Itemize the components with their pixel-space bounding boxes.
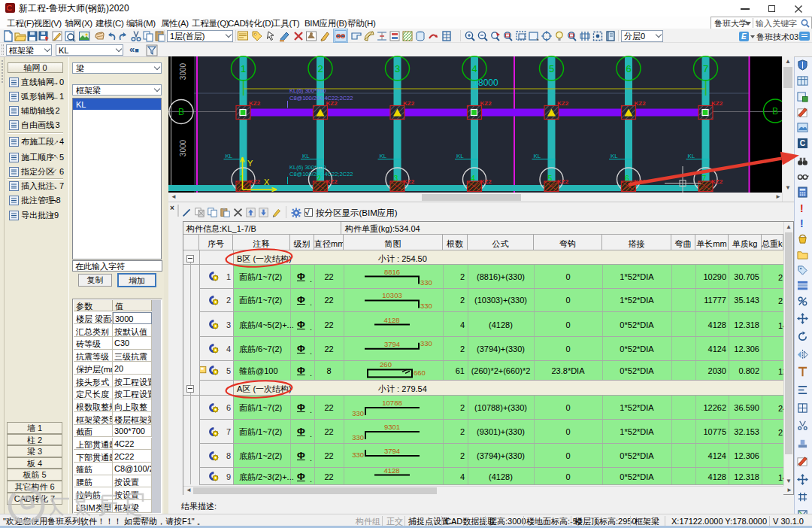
svg-text:KL(6) 300*700: KL(6) 300*700 [289, 164, 326, 171]
svg-text:330: 330 [352, 433, 364, 442]
svg-text:C8@100/200;4C22;2C22: C8@100/200;4C22;2C22 [289, 95, 353, 102]
svg-text:660: 660 [414, 369, 426, 377]
svg-text:C8@100/200;4C22;2C22: C8@100/200;4C22;2C22 [289, 171, 353, 178]
svg-text:KL: KL [456, 153, 464, 159]
svg-text:X: X [264, 178, 270, 187]
svg-text:KZ2: KZ2 [403, 100, 415, 107]
svg-text:2: 2 [317, 63, 323, 74]
svg-text:330: 330 [352, 409, 364, 417]
svg-text:KZ2: KZ2 [326, 178, 338, 185]
svg-text:KL: KL [534, 153, 541, 159]
svg-text:330: 330 [420, 278, 432, 287]
svg-text:B: B [772, 106, 778, 117]
svg-text:330: 330 [420, 339, 432, 347]
svg-text:KL: KL [688, 153, 695, 159]
svg-text:Y: Y [247, 159, 253, 168]
svg-text:4: 4 [471, 63, 477, 74]
svg-text:3794: 3794 [384, 447, 400, 455]
svg-text:KZ2: KZ2 [557, 178, 569, 185]
svg-text:KZ2: KZ2 [326, 100, 338, 107]
svg-text:KL: KL [380, 153, 387, 159]
svg-text:KZ2: KZ2 [249, 100, 261, 107]
svg-text:KZ2: KZ2 [480, 178, 492, 185]
svg-text:KZ2: KZ2 [635, 178, 647, 185]
svg-text:7: 7 [703, 63, 708, 74]
svg-text:10303: 10303 [382, 291, 401, 299]
svg-text:260: 260 [380, 360, 392, 369]
svg-text:B: B [178, 107, 184, 117]
svg-text:4128: 4128 [383, 466, 399, 475]
svg-text:KL: KL [611, 153, 618, 159]
svg-text:3: 3 [395, 63, 400, 74]
svg-text:KZ2: KZ2 [480, 100, 492, 107]
svg-text:5: 5 [549, 63, 554, 74]
svg-text:9301: 9301 [384, 423, 400, 431]
svg-text:KL(6) 300*700: KL(6) 300*700 [289, 87, 326, 94]
svg-text:KL: KL [302, 153, 310, 159]
svg-text:330: 330 [420, 302, 432, 310]
svg-text:330: 330 [352, 451, 364, 459]
svg-text:18000: 18000 [473, 77, 498, 88]
svg-text:KL: KL [226, 153, 233, 159]
svg-text:3794: 3794 [384, 340, 400, 348]
svg-text:C: C [800, 139, 806, 147]
svg-text:8816: 8816 [384, 268, 400, 276]
svg-text:KZ2: KZ2 [403, 178, 415, 185]
svg-text:1: 1 [241, 63, 246, 74]
svg-text:KZ2: KZ2 [249, 178, 261, 185]
svg-text:6: 6 [626, 63, 631, 74]
svg-text:3000: 3000 [179, 139, 187, 156]
svg-text:10788: 10788 [382, 399, 401, 407]
svg-text:4128: 4128 [383, 316, 399, 324]
svg-text:3000: 3000 [179, 62, 187, 80]
svg-text:KZ2: KZ2 [557, 100, 569, 107]
svg-text:KZ2: KZ2 [711, 100, 723, 107]
svg-text:KZ2: KZ2 [711, 178, 723, 185]
svg-text:KZ2: KZ2 [635, 100, 647, 107]
